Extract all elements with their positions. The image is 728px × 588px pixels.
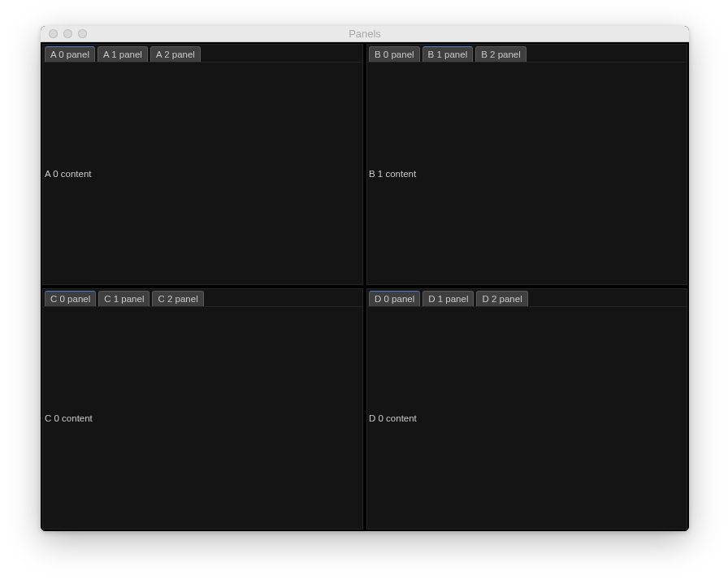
panel-C: C 0 panel C 1 panel C 2 panel C 0 conten… [42,288,363,530]
tab-D-1[interactable]: D 1 panel [422,291,474,306]
panel-D: D 0 panel D 1 panel D 2 panel D 0 conten… [366,288,687,530]
zoom-window-button[interactable] [78,29,87,38]
panel-C-content: C 0 content [43,306,362,529]
panel-D-tabbar: D 0 panel D 1 panel D 2 panel [367,289,687,306]
tab-A-0[interactable]: A 0 panel [45,46,95,62]
close-window-button[interactable] [49,29,58,38]
tab-C-1[interactable]: C 1 panel [98,291,150,306]
window-title: Panels [41,28,689,40]
panel-grid: A 0 panel A 1 panel A 2 panel A 0 conten… [41,42,689,531]
panel-B-content: B 1 content [367,62,687,284]
tab-C-2[interactable]: C 2 panel [152,291,203,306]
app-window: Panels A 0 panel A 1 panel A 2 panel A 0… [41,26,689,531]
tab-B-0[interactable]: B 0 panel [369,46,420,62]
panel-B: B 0 panel B 1 panel B 2 panel B 1 conten… [366,44,687,285]
tab-D-0[interactable]: D 0 panel [369,291,420,306]
tab-D-2[interactable]: D 2 panel [476,291,527,306]
panel-D-content: D 0 content [367,306,687,529]
panel-C-tabbar: C 0 panel C 1 panel C 2 panel [43,289,362,306]
minimize-window-button[interactable] [63,29,72,38]
titlebar[interactable]: Panels [41,26,689,42]
tab-C-0[interactable]: C 0 panel [45,291,96,306]
panel-A-tabbar: A 0 panel A 1 panel A 2 panel [43,45,362,62]
tab-A-2[interactable]: A 2 panel [150,46,201,62]
tab-B-1[interactable]: B 1 panel [422,46,474,62]
tab-A-1[interactable]: A 1 panel [98,46,148,62]
panel-A-content: A 0 content [43,62,362,284]
traffic-lights [41,29,87,38]
panel-A: A 0 panel A 1 panel A 2 panel A 0 conten… [42,44,363,285]
panel-B-tabbar: B 0 panel B 1 panel B 2 panel [367,45,687,62]
tab-B-2[interactable]: B 2 panel [475,46,526,62]
